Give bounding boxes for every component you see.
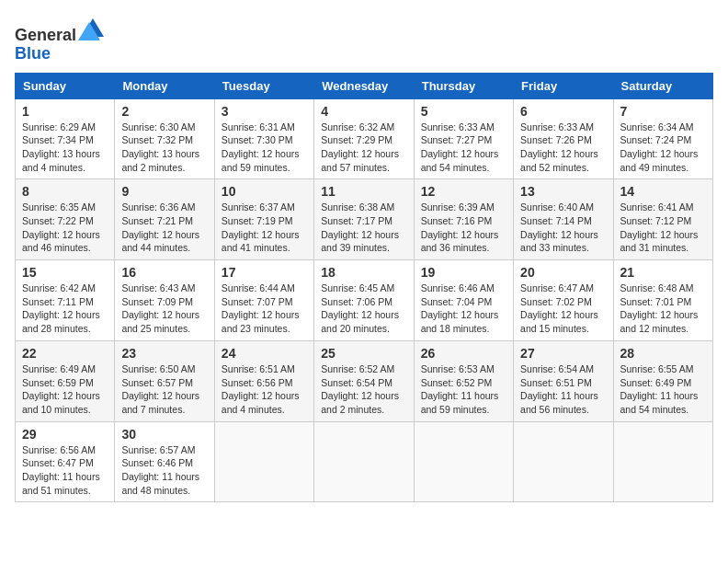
day-info: Sunrise: 6:56 AM Sunset: 6:47 PM Dayligh… <box>22 443 108 498</box>
day-number: 1 <box>22 104 108 119</box>
day-number: 11 <box>321 184 406 199</box>
weekday-header-friday: Friday <box>514 73 613 98</box>
day-info: Sunrise: 6:39 AM Sunset: 7:16 PM Dayligh… <box>421 201 506 255</box>
day-number: 21 <box>620 265 706 280</box>
calendar-cell <box>214 421 313 502</box>
day-number: 2 <box>121 104 207 119</box>
day-number: 17 <box>222 265 307 280</box>
logo-blue: Blue <box>15 45 108 63</box>
day-number: 12 <box>421 184 506 199</box>
calendar-cell: 18 Sunrise: 6:45 AM Sunset: 7:06 PM Dayl… <box>314 260 414 341</box>
calendar-cell <box>613 421 712 502</box>
calendar-cell: 3 Sunrise: 6:31 AM Sunset: 7:30 PM Dayli… <box>214 98 313 179</box>
day-number: 20 <box>520 265 606 280</box>
day-info: Sunrise: 6:31 AM Sunset: 7:30 PM Dayligh… <box>222 121 307 175</box>
calendar-cell: 11 Sunrise: 6:38 AM Sunset: 7:17 PM Dayl… <box>314 179 414 260</box>
day-info: Sunrise: 6:50 AM Sunset: 6:57 PM Dayligh… <box>121 362 207 417</box>
calendar-cell: 27 Sunrise: 6:54 AM Sunset: 6:51 PM Dayl… <box>514 340 613 421</box>
day-number: 28 <box>620 346 706 361</box>
page-header: General Blue <box>15 15 713 63</box>
day-info: Sunrise: 6:53 AM Sunset: 6:52 PM Dayligh… <box>421 362 506 417</box>
calendar-cell: 23 Sunrise: 6:50 AM Sunset: 6:57 PM Dayl… <box>115 340 214 421</box>
calendar-cell: 28 Sunrise: 6:55 AM Sunset: 6:49 PM Dayl… <box>613 340 712 421</box>
weekday-header-thursday: Thursday <box>414 73 513 98</box>
calendar-cell: 24 Sunrise: 6:51 AM Sunset: 6:56 PM Dayl… <box>214 340 313 421</box>
day-info: Sunrise: 6:52 AM Sunset: 6:54 PM Dayligh… <box>321 362 406 417</box>
calendar-cell: 14 Sunrise: 6:41 AM Sunset: 7:12 PM Dayl… <box>613 179 712 260</box>
weekday-header-wednesday: Wednesday <box>314 73 414 98</box>
calendar-cell: 5 Sunrise: 6:33 AM Sunset: 7:27 PM Dayli… <box>414 98 513 179</box>
day-info: Sunrise: 6:35 AM Sunset: 7:22 PM Dayligh… <box>22 201 108 255</box>
day-number: 22 <box>22 346 108 361</box>
day-number: 6 <box>520 104 606 119</box>
day-number: 13 <box>520 184 606 199</box>
calendar-week-2: 8 Sunrise: 6:35 AM Sunset: 7:22 PM Dayli… <box>16 179 713 260</box>
calendar-table: SundayMondayTuesdayWednesdayThursdayFrid… <box>15 73 713 503</box>
day-info: Sunrise: 6:37 AM Sunset: 7:19 PM Dayligh… <box>222 201 307 255</box>
day-number: 5 <box>421 104 506 119</box>
calendar-cell: 4 Sunrise: 6:32 AM Sunset: 7:29 PM Dayli… <box>314 98 414 179</box>
day-number: 26 <box>421 346 506 361</box>
day-info: Sunrise: 6:44 AM Sunset: 7:07 PM Dayligh… <box>222 282 307 336</box>
calendar-week-5: 29 Sunrise: 6:56 AM Sunset: 6:47 PM Dayl… <box>16 421 713 502</box>
calendar-cell: 6 Sunrise: 6:33 AM Sunset: 7:26 PM Dayli… <box>514 98 613 179</box>
day-info: Sunrise: 6:45 AM Sunset: 7:06 PM Dayligh… <box>321 282 406 336</box>
weekday-header-sunday: Sunday <box>16 73 115 98</box>
calendar-cell: 19 Sunrise: 6:46 AM Sunset: 7:04 PM Dayl… <box>414 260 513 341</box>
day-info: Sunrise: 6:30 AM Sunset: 7:32 PM Dayligh… <box>121 121 207 175</box>
day-info: Sunrise: 6:29 AM Sunset: 7:34 PM Dayligh… <box>22 121 108 175</box>
calendar-cell: 8 Sunrise: 6:35 AM Sunset: 7:22 PM Dayli… <box>16 179 115 260</box>
day-number: 24 <box>222 346 307 361</box>
day-number: 18 <box>321 265 406 280</box>
day-info: Sunrise: 6:47 AM Sunset: 7:02 PM Dayligh… <box>520 282 606 336</box>
calendar-cell: 10 Sunrise: 6:37 AM Sunset: 7:19 PM Dayl… <box>214 179 313 260</box>
calendar-cell: 9 Sunrise: 6:36 AM Sunset: 7:21 PM Dayli… <box>115 179 214 260</box>
weekday-header-tuesday: Tuesday <box>214 73 313 98</box>
logo-general: General <box>15 26 76 44</box>
calendar-week-4: 22 Sunrise: 6:49 AM Sunset: 6:59 PM Dayl… <box>16 340 713 421</box>
day-number: 7 <box>620 104 706 119</box>
day-info: Sunrise: 6:48 AM Sunset: 7:01 PM Dayligh… <box>620 282 706 336</box>
day-number: 14 <box>620 184 706 199</box>
day-info: Sunrise: 6:51 AM Sunset: 6:56 PM Dayligh… <box>222 362 307 417</box>
day-info: Sunrise: 6:43 AM Sunset: 7:09 PM Dayligh… <box>121 282 207 336</box>
calendar-cell: 29 Sunrise: 6:56 AM Sunset: 6:47 PM Dayl… <box>16 421 115 502</box>
day-info: Sunrise: 6:46 AM Sunset: 7:04 PM Dayligh… <box>421 282 506 336</box>
day-info: Sunrise: 6:33 AM Sunset: 7:26 PM Dayligh… <box>520 121 606 175</box>
logo-icon <box>78 15 108 40</box>
day-number: 25 <box>321 346 406 361</box>
day-info: Sunrise: 6:55 AM Sunset: 6:49 PM Dayligh… <box>620 362 706 417</box>
day-number: 10 <box>222 184 307 199</box>
weekday-header-row: SundayMondayTuesdayWednesdayThursdayFrid… <box>16 73 713 98</box>
day-info: Sunrise: 6:32 AM Sunset: 7:29 PM Dayligh… <box>321 121 406 175</box>
day-number: 15 <box>22 265 108 280</box>
calendar-cell: 13 Sunrise: 6:40 AM Sunset: 7:14 PM Dayl… <box>514 179 613 260</box>
day-number: 27 <box>520 346 606 361</box>
day-number: 16 <box>121 265 207 280</box>
calendar-cell: 12 Sunrise: 6:39 AM Sunset: 7:16 PM Dayl… <box>414 179 513 260</box>
weekday-header-saturday: Saturday <box>613 73 712 98</box>
calendar-cell: 2 Sunrise: 6:30 AM Sunset: 7:32 PM Dayli… <box>115 98 214 179</box>
calendar-cell <box>514 421 613 502</box>
calendar-week-1: 1 Sunrise: 6:29 AM Sunset: 7:34 PM Dayli… <box>16 98 713 179</box>
logo: General Blue <box>15 15 108 63</box>
day-info: Sunrise: 6:33 AM Sunset: 7:27 PM Dayligh… <box>421 121 506 175</box>
day-number: 30 <box>121 427 207 442</box>
calendar-cell: 15 Sunrise: 6:42 AM Sunset: 7:11 PM Dayl… <box>16 260 115 341</box>
day-number: 4 <box>321 104 406 119</box>
calendar-cell: 1 Sunrise: 6:29 AM Sunset: 7:34 PM Dayli… <box>16 98 115 179</box>
calendar-cell: 17 Sunrise: 6:44 AM Sunset: 7:07 PM Dayl… <box>214 260 313 341</box>
day-number: 23 <box>121 346 207 361</box>
day-info: Sunrise: 6:57 AM Sunset: 6:46 PM Dayligh… <box>121 443 207 498</box>
weekday-header-monday: Monday <box>115 73 214 98</box>
calendar-cell: 25 Sunrise: 6:52 AM Sunset: 6:54 PM Dayl… <box>314 340 414 421</box>
day-number: 3 <box>222 104 307 119</box>
day-number: 9 <box>121 184 207 199</box>
calendar-cell: 16 Sunrise: 6:43 AM Sunset: 7:09 PM Dayl… <box>115 260 214 341</box>
day-number: 19 <box>421 265 506 280</box>
day-number: 8 <box>22 184 108 199</box>
calendar-cell: 26 Sunrise: 6:53 AM Sunset: 6:52 PM Dayl… <box>414 340 513 421</box>
calendar-cell: 30 Sunrise: 6:57 AM Sunset: 6:46 PM Dayl… <box>115 421 214 502</box>
day-number: 29 <box>22 427 108 442</box>
day-info: Sunrise: 6:40 AM Sunset: 7:14 PM Dayligh… <box>520 201 606 255</box>
